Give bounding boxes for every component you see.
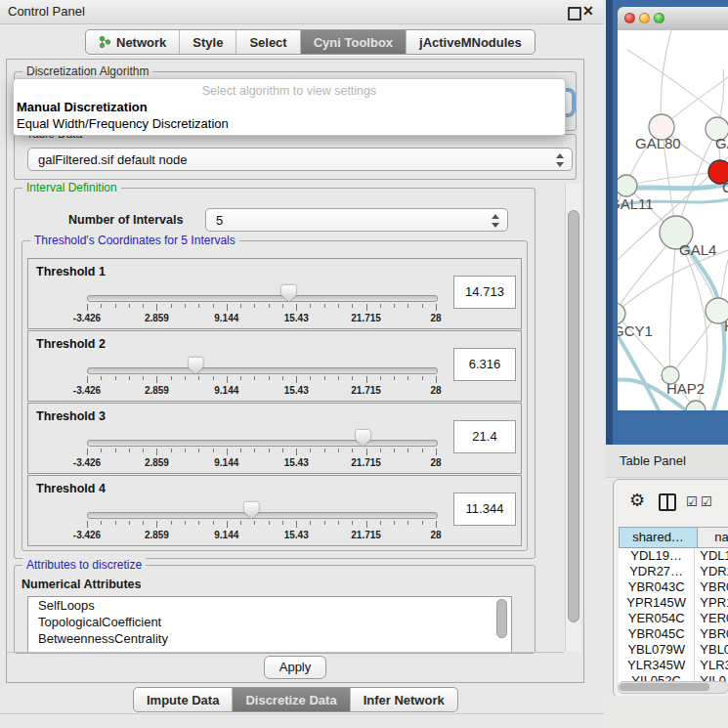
panel-scrollbar-track[interactable] bbox=[565, 184, 580, 652]
tick-mark bbox=[324, 449, 325, 452]
tick-mark bbox=[422, 521, 423, 525]
slider-thumb[interactable] bbox=[189, 358, 203, 374]
table-row[interactable]: YDL19…YDL1 bbox=[619, 548, 728, 564]
tick-mark bbox=[338, 304, 339, 308]
slider-track[interactable] bbox=[87, 440, 438, 447]
tick-label: 15.43 bbox=[284, 385, 309, 396]
cell-name: YLR3 bbox=[695, 658, 728, 673]
list-scrollbar-thumb[interactable] bbox=[496, 599, 507, 638]
column-header[interactable]: na bbox=[698, 527, 728, 548]
tick-mark bbox=[240, 304, 241, 308]
tick-mark bbox=[366, 376, 367, 383]
slider-track[interactable] bbox=[87, 295, 438, 302]
tick-mark bbox=[227, 304, 228, 311]
table-row[interactable]: YBR045CYBR0 bbox=[619, 626, 728, 642]
table-hscrollbar-track[interactable] bbox=[618, 681, 728, 694]
tick-label: -3.426 bbox=[73, 313, 101, 323]
threshold-label: Threshold 2 bbox=[36, 337, 106, 351]
tick-label: 9.144 bbox=[214, 530, 238, 540]
tab-impute-data[interactable]: Impute Data bbox=[134, 688, 233, 711]
tick-mark bbox=[296, 521, 297, 528]
slider-track[interactable] bbox=[87, 512, 438, 519]
tab-select[interactable]: Select bbox=[236, 30, 300, 54]
tick-mark bbox=[87, 376, 88, 383]
threshold-value-field[interactable]: 6.316 bbox=[453, 348, 516, 381]
tick-mark bbox=[143, 376, 144, 380]
threshold-value-field[interactable]: 14.713 bbox=[453, 276, 516, 309]
checkbox-icon[interactable]: ☑ bbox=[686, 494, 698, 509]
checkbox-icon[interactable]: ☑ bbox=[701, 494, 712, 509]
minimize-traffic-light-icon[interactable] bbox=[639, 13, 650, 23]
table-row[interactable]: YER054CYER0 bbox=[619, 611, 728, 626]
combo-stepper-icon bbox=[555, 152, 563, 168]
split-columns-icon[interactable] bbox=[659, 493, 676, 511]
slider-thumb[interactable] bbox=[244, 502, 259, 519]
table-row[interactable]: YDR27…YDR2 bbox=[619, 564, 728, 579]
slider-track[interactable] bbox=[87, 367, 438, 374]
num-intervals-combo[interactable]: 5 bbox=[205, 208, 508, 232]
cell-name: YBR0 bbox=[695, 626, 728, 642]
attribute-item-betweennesscentrality[interactable]: BetweennessCentrality bbox=[28, 630, 511, 647]
tick-mark bbox=[254, 521, 255, 525]
network-node-gal11[interactable] bbox=[618, 175, 637, 196]
slider-tick-labels: -3.4262.8599.14415.4321.71528 bbox=[87, 457, 436, 469]
popup-option-equal-width-frequency-discretization[interactable]: Equal Width/Frequency Discretization bbox=[17, 116, 229, 131]
apply-button[interactable]: Apply bbox=[264, 656, 326, 679]
table-row[interactable]: YBR043CYBR0 bbox=[619, 579, 728, 595]
gear-icon[interactable]: ⚙ bbox=[629, 490, 645, 511]
panel-scrollbar-thumb[interactable] bbox=[568, 210, 579, 622]
threshold-value-field[interactable]: 21.4 bbox=[453, 420, 516, 453]
table-hscrollbar-thumb[interactable] bbox=[620, 683, 709, 691]
tab-network[interactable]: Network bbox=[86, 30, 180, 54]
tick-label: 15.43 bbox=[284, 530, 309, 540]
zoom-traffic-light-icon[interactable] bbox=[654, 13, 664, 23]
slider-thumb[interactable] bbox=[356, 430, 370, 447]
tick-mark bbox=[240, 376, 241, 380]
tick-mark bbox=[171, 304, 172, 308]
tab-label: Select bbox=[249, 35, 286, 50]
attribute-list[interactable]: SelfLoopsTopologicalCoefficientBetweenne… bbox=[27, 596, 512, 653]
group-title: Attributes to discretize bbox=[22, 558, 146, 572]
group-title: Interval Definition bbox=[22, 181, 121, 194]
tab-infer-network[interactable]: Infer Network bbox=[351, 688, 457, 711]
tab-style[interactable]: Style bbox=[180, 30, 236, 54]
num-intervals-label: Number of Intervals bbox=[68, 213, 183, 227]
float-window-icon[interactable] bbox=[568, 7, 581, 21]
attribute-item-selfloops[interactable]: SelfLoops bbox=[28, 597, 511, 614]
tick-mark bbox=[352, 521, 353, 525]
table-row[interactable]: YLR345WYLR3 bbox=[619, 658, 728, 673]
threshold-panel: Threshold 4 -3.4262.8599.14415.4321.7152… bbox=[27, 475, 522, 546]
close-traffic-light-icon[interactable] bbox=[624, 13, 635, 23]
tick-mark bbox=[101, 304, 102, 308]
popup-option-manual-discretization[interactable]: Manual Discretization bbox=[17, 100, 148, 114]
threshold-label: Threshold 1 bbox=[36, 265, 106, 278]
network-window: GAL80GACGAL11GAL4GCY1HHAP2 bbox=[618, 7, 728, 410]
tick-mark bbox=[156, 449, 157, 455]
table-row[interactable]: YPR145WYPR1 bbox=[619, 595, 728, 611]
close-icon[interactable]: ✕ bbox=[582, 3, 594, 19]
tab-discretize-data[interactable]: Discretize Data bbox=[233, 688, 350, 711]
tick-label: 21.715 bbox=[351, 313, 381, 323]
table-row[interactable]: YBL079WYBL0 bbox=[619, 642, 728, 658]
node-label: GAL11 bbox=[618, 195, 654, 212]
tick-mark bbox=[436, 376, 437, 383]
cell-name: YDR2 bbox=[695, 564, 728, 579]
slider-thumb[interactable] bbox=[281, 285, 296, 302]
network-window-titlebar[interactable] bbox=[618, 7, 728, 31]
node-label: GAL80 bbox=[635, 135, 681, 151]
cell-shared-name: YBR043C bbox=[619, 579, 695, 595]
network-node[interactable] bbox=[686, 401, 706, 410]
tick-mark bbox=[254, 376, 255, 380]
attribute-item-topologicalcoefficient[interactable]: TopologicalCoefficient bbox=[28, 614, 511, 630]
network-canvas[interactable]: GAL80GACGAL11GAL4GCY1HHAP2 bbox=[618, 30, 728, 410]
tab-cyni-toolbox[interactable]: Cyni Toolbox bbox=[301, 30, 407, 54]
control-panel-titlebar: Control Panel ✕ bbox=[0, 0, 604, 24]
threshold-value-field[interactable]: 11.344 bbox=[453, 492, 516, 526]
table-data-combo[interactable]: galFiltered.sif default node bbox=[27, 148, 573, 171]
cell-name: YPR1 bbox=[695, 595, 728, 611]
column-header[interactable]: shared… bbox=[619, 527, 698, 548]
tick-mark bbox=[129, 449, 130, 452]
tick-mark bbox=[296, 376, 297, 383]
tab-jactivemnodules[interactable]: jActiveMNodules bbox=[407, 30, 535, 54]
tick-mark bbox=[394, 521, 395, 525]
